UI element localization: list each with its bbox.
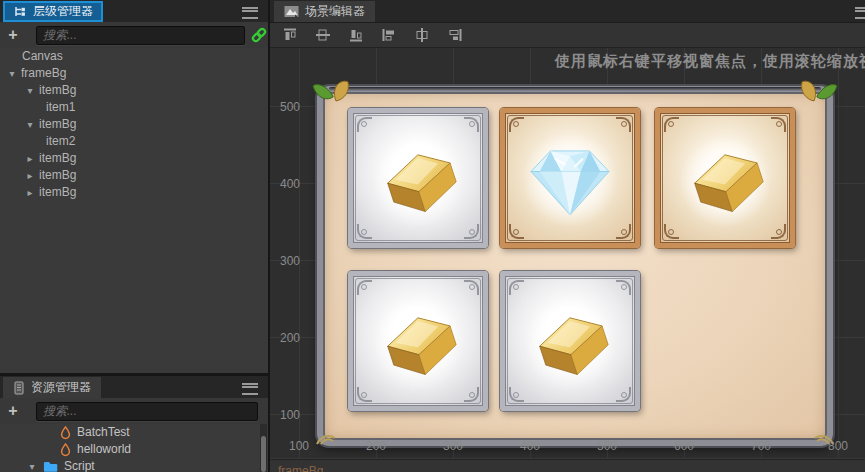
expand-arrow-icon[interactable]: ▾ [6,65,18,82]
align-left-button[interactable] [377,25,401,45]
item-slot-silver[interactable] [348,271,488,411]
collapse-arrow-icon[interactable]: ▸ [24,184,36,201]
hierarchy-node[interactable]: ▾ frameBg [0,65,268,82]
slot-corner-ornament [464,387,479,402]
slot-corner-ornament [771,224,786,239]
scene-tabstrip: 场景编辑器 [270,0,865,23]
slot-corner-ornament [357,280,372,295]
leaf-ornament-icon [799,78,839,104]
item-slot-bronze[interactable] [655,108,795,248]
panel-divider-vertical[interactable] [268,0,270,472]
tab-assets[interactable]: 资源管理器 [3,377,101,398]
scene-menu-icon[interactable] [855,7,865,19]
gold-bar-icon [675,128,775,228]
tab-hierarchy[interactable]: 层级管理器 [3,1,103,22]
node-label: itemBg [39,167,76,184]
tab-scene-editor[interactable]: 场景编辑器 [274,1,375,22]
ruler-y-label: 300 [272,254,300,268]
item-slot-silver[interactable] [500,271,640,411]
asset-folder[interactable]: ▾ Script [0,458,268,472]
node-label: itemBg [39,82,76,99]
slot-corner-ornament [357,387,372,402]
assets-tabstrip: 资源管理器 [0,376,268,399]
hierarchy-node[interactable]: Canvas [0,48,268,65]
align-right-icon [447,27,463,43]
item-slot-silver[interactable] [348,108,488,248]
collapse-arrow-icon[interactable]: ▸ [24,167,36,184]
gold-bar-icon [368,128,468,228]
expand-arrow-icon[interactable]: ▾ [24,82,36,99]
hierarchy-menu-icon[interactable] [242,7,258,19]
assets-scrollbar[interactable] [260,424,267,472]
panel-divider-horizontal[interactable] [0,373,268,376]
scene-title: 场景编辑器 [305,3,365,20]
ruler-y-label: 100 [272,408,300,422]
assets-panel: 资源管理器 + BatchTest helloworld ▾ Script [0,376,268,472]
hierarchy-search-input[interactable] [36,26,245,45]
node-label: item2 [46,133,75,150]
slot-corner-ornament [357,117,372,132]
scene-canvas[interactable]: 使用鼠标右键平移视窗焦点，使用滚轮缩放视窗 500 400 300 200 10… [270,48,865,458]
scene-file-flame-icon [59,425,72,440]
hierarchy-node[interactable]: item1 [0,99,268,116]
hierarchy-node[interactable]: ▸ itemBg [0,150,268,167]
ruler-x-label: 800 [816,439,860,453]
slot-corner-ornament [616,387,631,402]
node-label: item1 [46,99,75,116]
align-vertical-center-icon [315,27,331,43]
align-bottom-icon [348,27,364,43]
hierarchy-node[interactable]: ▸ itemBg [0,167,268,184]
ruler-x-label: 300 [431,439,475,453]
slot-corner-ornament [509,224,524,239]
node-label: itemBg [39,150,76,167]
expand-arrow-icon[interactable]: ▾ [26,458,38,472]
align-top-icon [282,27,298,43]
align-horizontal-center-icon [414,27,430,43]
slot-corner-ornament [464,280,479,295]
align-right-button[interactable] [443,25,467,45]
align-top-button[interactable] [278,25,302,45]
slot-corner-ornament [664,224,679,239]
link-icon[interactable] [250,26,268,44]
assets-scrollbar-thumb[interactable] [261,436,266,472]
scene-toolbar [270,23,865,48]
asset-item[interactable]: helloworld [0,441,268,458]
slot-corner-ornament [509,387,524,402]
diamond-icon [518,126,622,230]
scene-file-flame-icon [59,442,72,457]
hierarchy-tabstrip: 层级管理器 [0,0,268,23]
align-vertical-center-button[interactable] [311,25,335,45]
hierarchy-node[interactable]: ▾ itemBg [0,116,268,133]
hierarchy-toolbar: + [0,22,268,49]
slot-corner-ornament [509,280,524,295]
ruler-x-label: 200 [354,439,398,453]
hierarchy-node[interactable]: item2 [0,133,268,150]
hierarchy-node[interactable]: ▸ itemBg [0,184,268,201]
asset-label: BatchTest [77,424,130,441]
scene-statusbar: frameBg [270,459,865,472]
assets-menu-icon[interactable] [242,383,258,395]
align-horizontal-center-button[interactable] [410,25,434,45]
ruler-x-label: 600 [662,439,706,453]
asset-item[interactable]: BatchTest [0,424,268,441]
align-bottom-button[interactable] [344,25,368,45]
item-slot-bronze[interactable] [500,108,640,248]
slot-corner-ornament [357,224,372,239]
ruler-x-label: 700 [739,439,783,453]
gold-bar-icon [520,291,620,391]
expand-arrow-icon[interactable]: ▾ [24,116,36,133]
ruler-y-label: 500 [272,100,300,114]
assets-search-input[interactable] [36,402,258,421]
collapse-arrow-icon[interactable]: ▸ [24,150,36,167]
asset-label: helloworld [77,441,131,458]
hierarchy-add-button[interactable]: + [0,22,26,48]
hierarchy-node[interactable]: ▾ itemBg [0,82,268,99]
ruler-x-label: 100 [277,439,321,453]
selected-node-label: frameBg [278,464,865,472]
assets-tree: BatchTest helloworld ▾ Script [0,424,268,472]
scene-node-frameBg[interactable] [317,86,833,446]
slot-corner-ornament [464,224,479,239]
assets-add-button[interactable]: + [0,398,26,424]
node-label: frameBg [21,65,66,82]
asset-label: Script [64,458,95,472]
